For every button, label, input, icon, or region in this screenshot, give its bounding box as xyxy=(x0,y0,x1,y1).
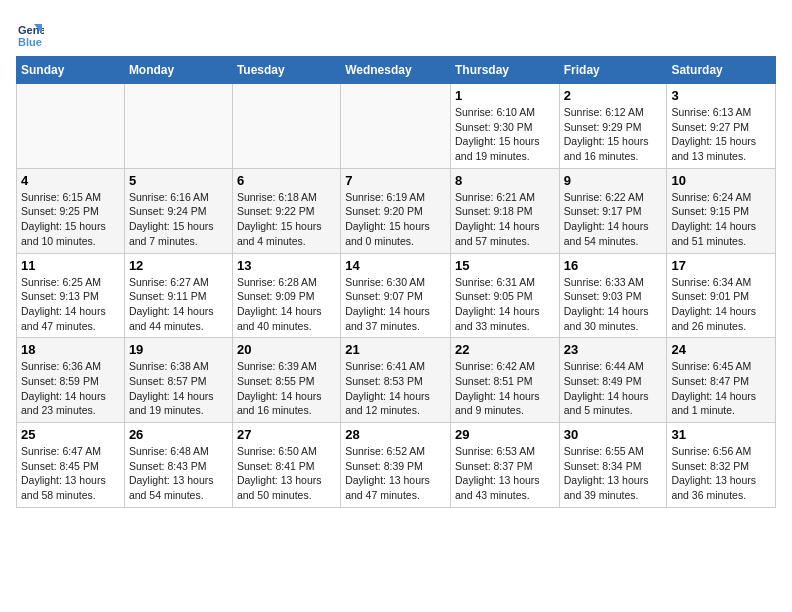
day-info: Sunrise: 6:13 AM Sunset: 9:27 PM Dayligh… xyxy=(671,105,771,164)
day-info: Sunrise: 6:47 AM Sunset: 8:45 PM Dayligh… xyxy=(21,444,120,503)
day-info: Sunrise: 6:53 AM Sunset: 8:37 PM Dayligh… xyxy=(455,444,555,503)
col-header-tuesday: Tuesday xyxy=(232,57,340,84)
calendar-cell: 16Sunrise: 6:33 AM Sunset: 9:03 PM Dayli… xyxy=(559,253,667,338)
day-info: Sunrise: 6:25 AM Sunset: 9:13 PM Dayligh… xyxy=(21,275,120,334)
day-info: Sunrise: 6:44 AM Sunset: 8:49 PM Dayligh… xyxy=(564,359,663,418)
day-info: Sunrise: 6:16 AM Sunset: 9:24 PM Dayligh… xyxy=(129,190,228,249)
calendar-cell: 5Sunrise: 6:16 AM Sunset: 9:24 PM Daylig… xyxy=(124,168,232,253)
calendar-cell: 20Sunrise: 6:39 AM Sunset: 8:55 PM Dayli… xyxy=(232,338,340,423)
day-info: Sunrise: 6:39 AM Sunset: 8:55 PM Dayligh… xyxy=(237,359,336,418)
day-number: 26 xyxy=(129,427,228,442)
calendar-week-3: 11Sunrise: 6:25 AM Sunset: 9:13 PM Dayli… xyxy=(17,253,776,338)
day-number: 4 xyxy=(21,173,120,188)
col-header-wednesday: Wednesday xyxy=(341,57,451,84)
day-number: 29 xyxy=(455,427,555,442)
day-info: Sunrise: 6:21 AM Sunset: 9:18 PM Dayligh… xyxy=(455,190,555,249)
calendar-cell: 9Sunrise: 6:22 AM Sunset: 9:17 PM Daylig… xyxy=(559,168,667,253)
col-header-monday: Monday xyxy=(124,57,232,84)
day-number: 17 xyxy=(671,258,771,273)
day-info: Sunrise: 6:45 AM Sunset: 8:47 PM Dayligh… xyxy=(671,359,771,418)
day-number: 24 xyxy=(671,342,771,357)
calendar-cell: 29Sunrise: 6:53 AM Sunset: 8:37 PM Dayli… xyxy=(450,423,559,508)
day-info: Sunrise: 6:36 AM Sunset: 8:59 PM Dayligh… xyxy=(21,359,120,418)
calendar-cell: 17Sunrise: 6:34 AM Sunset: 9:01 PM Dayli… xyxy=(667,253,776,338)
calendar-cell: 30Sunrise: 6:55 AM Sunset: 8:34 PM Dayli… xyxy=(559,423,667,508)
calendar-cell xyxy=(232,84,340,169)
calendar-cell: 13Sunrise: 6:28 AM Sunset: 9:09 PM Dayli… xyxy=(232,253,340,338)
col-header-friday: Friday xyxy=(559,57,667,84)
day-number: 6 xyxy=(237,173,336,188)
calendar-cell: 14Sunrise: 6:30 AM Sunset: 9:07 PM Dayli… xyxy=(341,253,451,338)
day-info: Sunrise: 6:33 AM Sunset: 9:03 PM Dayligh… xyxy=(564,275,663,334)
day-info: Sunrise: 6:18 AM Sunset: 9:22 PM Dayligh… xyxy=(237,190,336,249)
day-number: 3 xyxy=(671,88,771,103)
calendar-cell: 12Sunrise: 6:27 AM Sunset: 9:11 PM Dayli… xyxy=(124,253,232,338)
calendar-cell: 7Sunrise: 6:19 AM Sunset: 9:20 PM Daylig… xyxy=(341,168,451,253)
logo-icon: General Blue xyxy=(16,20,44,48)
day-number: 21 xyxy=(345,342,446,357)
calendar-cell: 18Sunrise: 6:36 AM Sunset: 8:59 PM Dayli… xyxy=(17,338,125,423)
calendar-table: SundayMondayTuesdayWednesdayThursdayFrid… xyxy=(16,56,776,508)
calendar-cell: 8Sunrise: 6:21 AM Sunset: 9:18 PM Daylig… xyxy=(450,168,559,253)
calendar-cell: 24Sunrise: 6:45 AM Sunset: 8:47 PM Dayli… xyxy=(667,338,776,423)
day-number: 22 xyxy=(455,342,555,357)
calendar-cell: 4Sunrise: 6:15 AM Sunset: 9:25 PM Daylig… xyxy=(17,168,125,253)
calendar-cell: 28Sunrise: 6:52 AM Sunset: 8:39 PM Dayli… xyxy=(341,423,451,508)
col-header-sunday: Sunday xyxy=(17,57,125,84)
day-info: Sunrise: 6:27 AM Sunset: 9:11 PM Dayligh… xyxy=(129,275,228,334)
day-number: 11 xyxy=(21,258,120,273)
day-info: Sunrise: 6:15 AM Sunset: 9:25 PM Dayligh… xyxy=(21,190,120,249)
day-info: Sunrise: 6:55 AM Sunset: 8:34 PM Dayligh… xyxy=(564,444,663,503)
day-info: Sunrise: 6:42 AM Sunset: 8:51 PM Dayligh… xyxy=(455,359,555,418)
calendar-week-4: 18Sunrise: 6:36 AM Sunset: 8:59 PM Dayli… xyxy=(17,338,776,423)
day-info: Sunrise: 6:31 AM Sunset: 9:05 PM Dayligh… xyxy=(455,275,555,334)
col-header-thursday: Thursday xyxy=(450,57,559,84)
calendar-cell: 31Sunrise: 6:56 AM Sunset: 8:32 PM Dayli… xyxy=(667,423,776,508)
day-number: 30 xyxy=(564,427,663,442)
day-number: 7 xyxy=(345,173,446,188)
calendar-week-2: 4Sunrise: 6:15 AM Sunset: 9:25 PM Daylig… xyxy=(17,168,776,253)
day-number: 25 xyxy=(21,427,120,442)
day-number: 28 xyxy=(345,427,446,442)
calendar-cell: 22Sunrise: 6:42 AM Sunset: 8:51 PM Dayli… xyxy=(450,338,559,423)
calendar-cell xyxy=(341,84,451,169)
day-number: 16 xyxy=(564,258,663,273)
calendar-cell: 26Sunrise: 6:48 AM Sunset: 8:43 PM Dayli… xyxy=(124,423,232,508)
day-info: Sunrise: 6:30 AM Sunset: 9:07 PM Dayligh… xyxy=(345,275,446,334)
calendar-cell: 27Sunrise: 6:50 AM Sunset: 8:41 PM Dayli… xyxy=(232,423,340,508)
day-number: 1 xyxy=(455,88,555,103)
day-number: 19 xyxy=(129,342,228,357)
calendar-cell: 23Sunrise: 6:44 AM Sunset: 8:49 PM Dayli… xyxy=(559,338,667,423)
calendar-cell: 10Sunrise: 6:24 AM Sunset: 9:15 PM Dayli… xyxy=(667,168,776,253)
day-info: Sunrise: 6:34 AM Sunset: 9:01 PM Dayligh… xyxy=(671,275,771,334)
day-number: 10 xyxy=(671,173,771,188)
day-number: 12 xyxy=(129,258,228,273)
day-info: Sunrise: 6:48 AM Sunset: 8:43 PM Dayligh… xyxy=(129,444,228,503)
col-header-saturday: Saturday xyxy=(667,57,776,84)
calendar-cell: 25Sunrise: 6:47 AM Sunset: 8:45 PM Dayli… xyxy=(17,423,125,508)
day-number: 13 xyxy=(237,258,336,273)
day-number: 14 xyxy=(345,258,446,273)
calendar-cell: 21Sunrise: 6:41 AM Sunset: 8:53 PM Dayli… xyxy=(341,338,451,423)
day-info: Sunrise: 6:24 AM Sunset: 9:15 PM Dayligh… xyxy=(671,190,771,249)
calendar-cell: 1Sunrise: 6:10 AM Sunset: 9:30 PM Daylig… xyxy=(450,84,559,169)
calendar-cell: 2Sunrise: 6:12 AM Sunset: 9:29 PM Daylig… xyxy=(559,84,667,169)
calendar-cell: 11Sunrise: 6:25 AM Sunset: 9:13 PM Dayli… xyxy=(17,253,125,338)
day-info: Sunrise: 6:28 AM Sunset: 9:09 PM Dayligh… xyxy=(237,275,336,334)
day-number: 18 xyxy=(21,342,120,357)
day-info: Sunrise: 6:22 AM Sunset: 9:17 PM Dayligh… xyxy=(564,190,663,249)
day-info: Sunrise: 6:52 AM Sunset: 8:39 PM Dayligh… xyxy=(345,444,446,503)
calendar-header-row: SundayMondayTuesdayWednesdayThursdayFrid… xyxy=(17,57,776,84)
day-info: Sunrise: 6:41 AM Sunset: 8:53 PM Dayligh… xyxy=(345,359,446,418)
day-number: 27 xyxy=(237,427,336,442)
day-number: 20 xyxy=(237,342,336,357)
svg-text:Blue: Blue xyxy=(18,36,42,48)
calendar-cell: 3Sunrise: 6:13 AM Sunset: 9:27 PM Daylig… xyxy=(667,84,776,169)
day-number: 5 xyxy=(129,173,228,188)
calendar-cell: 15Sunrise: 6:31 AM Sunset: 9:05 PM Dayli… xyxy=(450,253,559,338)
calendar-cell: 19Sunrise: 6:38 AM Sunset: 8:57 PM Dayli… xyxy=(124,338,232,423)
day-number: 23 xyxy=(564,342,663,357)
calendar-cell xyxy=(124,84,232,169)
day-info: Sunrise: 6:56 AM Sunset: 8:32 PM Dayligh… xyxy=(671,444,771,503)
day-info: Sunrise: 6:19 AM Sunset: 9:20 PM Dayligh… xyxy=(345,190,446,249)
